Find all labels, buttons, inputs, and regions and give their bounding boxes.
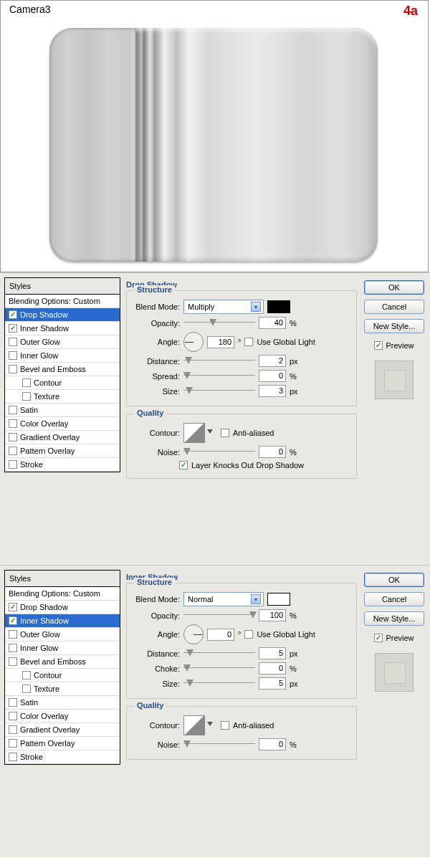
checkbox-icon[interactable]	[9, 603, 17, 611]
opacity-slider[interactable]	[183, 318, 255, 328]
opacity-input[interactable]: 40	[259, 317, 286, 329]
spread-label: Spread:	[133, 372, 180, 381]
style-item-outer-glow[interactable]: Outer Glow	[5, 335, 120, 349]
checkbox-icon[interactable]	[9, 712, 17, 720]
style-item-contour[interactable]: Contour	[5, 669, 120, 682]
style-item-satin[interactable]: Satin	[5, 696, 120, 710]
cancel-button[interactable]: Cancel	[364, 592, 424, 606]
opacity-label: Opacity:	[133, 319, 180, 328]
checkbox-icon[interactable]	[9, 365, 17, 373]
size-slider[interactable]	[183, 679, 255, 689]
cancel-button[interactable]: Cancel	[364, 300, 424, 314]
opacity-slider[interactable]	[183, 611, 255, 621]
checkbox-icon[interactable]	[9, 351, 17, 360]
knocks-out-checkbox[interactable]	[179, 461, 188, 469]
distance-input[interactable]: 2	[259, 355, 286, 367]
size-input[interactable]: 5	[259, 677, 286, 690]
style-item-pattern-overlay[interactable]: Pattern Overlay	[5, 737, 120, 750]
checkbox-icon[interactable]	[9, 657, 17, 666]
angle-input[interactable]: 0	[207, 629, 234, 641]
global-light-checkbox[interactable]	[244, 630, 253, 639]
layer-name-label: Camera3	[9, 4, 51, 15]
checkbox-icon[interactable]	[22, 378, 31, 387]
checkbox-icon[interactable]	[22, 685, 31, 693]
checkbox-icon[interactable]	[9, 616, 17, 625]
checkbox-icon[interactable]	[9, 725, 17, 734]
style-item-bevel-emboss[interactable]: Bevel and Emboss	[5, 655, 120, 669]
checkbox-icon[interactable]	[9, 460, 17, 469]
checkbox-icon[interactable]	[9, 310, 17, 319]
distance-slider[interactable]	[183, 649, 255, 659]
color-swatch[interactable]	[267, 593, 290, 606]
blending-options-row[interactable]: Blending Options: Custom	[5, 587, 120, 601]
new-style-button[interactable]: New Style...	[364, 611, 424, 626]
blending-options-row[interactable]: Blending Options: Custom	[5, 295, 120, 308]
contour-label: Contour:	[133, 721, 180, 730]
style-item-drop-shadow[interactable]: Drop Shadow	[5, 308, 120, 322]
checkbox-icon[interactable]	[9, 630, 17, 639]
size-input[interactable]: 3	[259, 385, 286, 397]
distance-slider[interactable]	[183, 356, 255, 366]
style-item-satin[interactable]: Satin	[5, 404, 120, 417]
noise-input[interactable]: 0	[259, 446, 286, 458]
ok-button[interactable]: OK	[364, 280, 424, 295]
size-slider[interactable]	[183, 386, 255, 396]
contour-picker[interactable]	[183, 715, 205, 735]
spread-slider[interactable]	[183, 371, 255, 381]
style-item-inner-glow[interactable]: Inner Glow	[5, 642, 120, 655]
noise-input[interactable]: 0	[259, 738, 286, 750]
style-item-inner-glow[interactable]: Inner Glow	[5, 349, 120, 363]
angle-input[interactable]: 180	[207, 336, 234, 348]
anti-aliased-checkbox[interactable]	[221, 721, 229, 730]
blend-mode-dropdown[interactable]: Multiply ▾	[183, 300, 264, 314]
preview-toggle[interactable]: Preview	[374, 341, 414, 350]
checkbox-icon[interactable]	[9, 419, 17, 428]
contour-picker[interactable]	[183, 423, 205, 443]
global-light-checkbox[interactable]	[244, 338, 253, 346]
style-item-contour[interactable]: Contour	[5, 376, 120, 390]
style-item-gradient-overlay[interactable]: Gradient Overlay	[5, 723, 120, 737]
checkbox-icon[interactable]	[22, 392, 31, 401]
new-style-button[interactable]: New Style...	[364, 319, 424, 333]
blend-mode-dropdown[interactable]: Normal ▾	[183, 592, 264, 606]
style-item-gradient-overlay[interactable]: Gradient Overlay	[5, 431, 120, 444]
style-item-outer-glow[interactable]: Outer Glow	[5, 628, 120, 642]
distance-input[interactable]: 5	[259, 647, 286, 659]
style-item-color-overlay[interactable]: Color Overlay	[5, 417, 120, 431]
style-item-drop-shadow[interactable]: Drop Shadow	[5, 601, 120, 614]
angle-control[interactable]	[183, 332, 204, 352]
preview-toggle[interactable]: Preview	[374, 634, 414, 642]
choke-slider[interactable]	[183, 664, 255, 674]
style-item-bevel-emboss[interactable]: Bevel and Emboss	[5, 363, 120, 376]
checkbox-icon[interactable]	[9, 447, 17, 455]
style-item-inner-shadow[interactable]: Inner Shadow	[5, 614, 120, 628]
checkbox-icon[interactable]	[9, 644, 17, 652]
spread-input[interactable]: 0	[259, 370, 286, 382]
noise-slider[interactable]	[183, 740, 255, 750]
checkbox-icon[interactable]	[22, 671, 31, 679]
style-item-stroke[interactable]: Stroke	[5, 750, 120, 764]
checkbox-icon[interactable]	[9, 324, 17, 333]
anti-aliased-checkbox[interactable]	[221, 429, 229, 437]
style-item-color-overlay[interactable]: Color Overlay	[5, 710, 120, 723]
opacity-input[interactable]: 100	[259, 609, 286, 621]
style-item-stroke[interactable]: Stroke	[5, 458, 120, 472]
checkbox-icon[interactable]	[9, 338, 17, 346]
ok-button[interactable]: OK	[364, 573, 424, 587]
checkbox-icon[interactable]	[9, 433, 17, 442]
choke-input[interactable]: 0	[259, 662, 286, 674]
checkbox-icon[interactable]	[9, 406, 17, 414]
checkbox-icon[interactable]	[9, 698, 17, 707]
style-item-texture[interactable]: Texture	[5, 682, 120, 696]
color-swatch[interactable]	[267, 300, 290, 313]
checkbox-icon[interactable]	[9, 739, 17, 748]
checkbox-icon[interactable]	[9, 753, 17, 761]
buttons-column: OK Cancel New Style... Preview	[363, 570, 426, 853]
styles-header: Styles	[4, 277, 120, 295]
distance-label: Distance:	[133, 357, 180, 366]
angle-control[interactable]	[183, 624, 204, 644]
style-item-inner-shadow[interactable]: Inner Shadow	[5, 322, 120, 335]
noise-slider[interactable]	[183, 447, 255, 457]
style-item-texture[interactable]: Texture	[5, 390, 120, 404]
style-item-pattern-overlay[interactable]: Pattern Overlay	[5, 444, 120, 458]
